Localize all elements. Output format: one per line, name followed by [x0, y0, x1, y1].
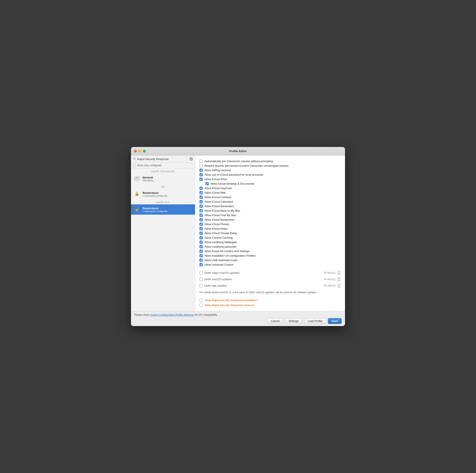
cancel-button[interactable]: Cancel: [267, 318, 283, 324]
sidebar-item-general[interactable]: General Mandatory: [131, 174, 195, 184]
apple-config-link[interactable]: Apple's Configuration Profile reference: [150, 313, 194, 316]
minimize-button[interactable]: [138, 150, 141, 152]
search-input[interactable]: [137, 157, 189, 161]
content-area: Automatically join Classroom classes wit…: [195, 156, 345, 311]
checkbox-allow-modifying-wallpaper[interactable]: [200, 241, 203, 244]
defer-row-defer-app: Defer app updates30 days(s)▲▼: [200, 282, 341, 289]
checkbox-allow-icloud-bookmarks[interactable]: [200, 218, 203, 221]
general-item-text: General Mandatory: [143, 176, 154, 182]
main-content: ✕ show only configured macOS, iOS and tv…: [131, 156, 345, 311]
show-only-configured-checkbox[interactable]: [133, 164, 136, 167]
checkbox-row-allow-airplay: Allow AirPlay receiver: [200, 168, 341, 172]
checkbox-allow-icloud-find-my-mac[interactable]: [200, 214, 203, 217]
checkbox-row-auto-join-classroom: Automatically join Classroom classes wit…: [200, 159, 341, 164]
stepper-up-defer-major-macos[interactable]: ▲: [337, 271, 340, 273]
checkbox-allow-icloud-photos[interactable]: [200, 223, 203, 226]
sidebar-item-restrictions-macos[interactable]: Restrictions 1 payload(s) configured.: [131, 204, 195, 215]
checkbox-allow-icloud-keychain[interactable]: [200, 187, 203, 190]
restrictions-ios-icon: [134, 191, 140, 198]
checkbox-row-allow-icloud-contacts: Allow iCloud Contacts: [200, 195, 341, 200]
checkbox-allow-rapid-install[interactable]: [200, 299, 203, 302]
checkbox-allow-icloud-password[interactable]: [200, 173, 203, 176]
footer-note: Please check Apple's Configuration Profi…: [135, 313, 341, 316]
label-allow-icloud-find-my-mac: Allow iCloud Find My Mac: [204, 214, 237, 217]
section-label-ios: iOS: [131, 184, 195, 189]
label-allow-icloud-photos: Allow iCloud Photos: [204, 223, 229, 226]
maximize-button[interactable]: [143, 150, 146, 152]
checkbox-allow-erase-all-content[interactable]: [200, 250, 203, 253]
stepper-down-defer-app[interactable]: ▼: [337, 286, 340, 288]
checkbox-row-allow-modifying-passcode: Allow modifying passcode: [200, 244, 341, 249]
checkbox-allow-universal-control[interactable]: [200, 263, 203, 266]
checkbox-row-allow-modifying-wallpaper: Allow modifying Wallpaper: [200, 240, 341, 244]
checkbox-list: Automatically join Classroom classes wit…: [200, 159, 341, 267]
stepper-defer-major-macos[interactable]: ▲▼: [337, 270, 341, 275]
checkbox-allow-airplay[interactable]: [200, 169, 203, 172]
close-button[interactable]: [134, 150, 137, 152]
checkbox-allow-icloud-calendars[interactable]: [200, 200, 203, 203]
stepper-down-defer-major-macos[interactable]: ▼: [337, 273, 340, 275]
sidebar-item-restrictions-ios[interactable]: Restrictions 1 payload(s) configured.: [131, 189, 195, 199]
checkbox-allow-usb-restricted-mode[interactable]: [200, 258, 203, 262]
footer: Please check Apple's Configuration Profi…: [131, 311, 345, 326]
checkbox-require-teacher-permission[interactable]: [200, 164, 203, 167]
titlebar: Profile Editor: [131, 147, 345, 156]
footer-note-prefix: Please check: [135, 313, 150, 316]
checkbox-allow-modifying-passcode[interactable]: [200, 245, 203, 248]
checkbox-allow-content-caching[interactable]: [200, 236, 203, 239]
label-allow-universal-control: Allow Universal Control: [204, 263, 233, 266]
footer-buttons: Cancel Settings Load Profile Save: [135, 318, 341, 324]
label-allow-icloud-notes: Allow iCloud Notes: [204, 227, 228, 230]
settings-button[interactable]: Settings: [285, 318, 302, 324]
checkbox-defer-macos[interactable]: [200, 278, 203, 281]
checkbox-row-allow-icloud-back-to-my-mac: Allow iCloud Back to My Mac: [200, 208, 341, 213]
defer-days-defer-app: 30 days(s): [323, 284, 336, 287]
checkbox-row-allow-icloud-reminders: Allow iCloud Reminders: [200, 204, 341, 208]
label-allow-installation-config-profiles: Allow Installation of Configuration Prof…: [204, 254, 255, 257]
checkbox-allow-icloud-private-relay[interactable]: [200, 232, 203, 235]
general-subtitle: Mandatory: [143, 179, 154, 182]
checkbox-allow-icloud-drive[interactable]: [200, 178, 203, 181]
stepper-down-defer-macos[interactable]: ▼: [337, 279, 340, 281]
label-allow-icloud-drive: Allow iCloud Drive: [204, 178, 227, 181]
label-auto-join-classroom: Automatically join Classroom classes wit…: [204, 160, 273, 163]
checkbox-allow-icloud-reminders[interactable]: [200, 205, 203, 208]
defer-value-defer-major-macos: 30 days(s)▲▼: [323, 270, 341, 275]
save-button[interactable]: Save: [328, 318, 341, 324]
restrictions-macos-subtitle: 1 payload(s) configured.: [143, 210, 168, 213]
stepper-up-defer-macos[interactable]: ▲: [337, 277, 340, 279]
main-window: Profile Editor ✕ show only configured ma…: [131, 147, 345, 326]
checkbox-row-require-teacher-permission: Require teacher permission to leave Clas…: [200, 164, 341, 168]
stepper-up-defer-app[interactable]: ▲: [337, 283, 340, 286]
checkbox-auto-join-classroom[interactable]: [200, 160, 203, 163]
checkbox-row-allow-icloud-password: Allow use of iCloud password for local a…: [200, 172, 341, 177]
label-allow-icloud-desktop-docs: Allow iCloud Desktop & Documents: [210, 182, 254, 185]
label-allow-erase-all-content: Allow Erase All Content and Settings: [204, 250, 250, 253]
stepper-defer-app[interactable]: ▲▼: [337, 283, 341, 288]
general-icon: [134, 175, 140, 182]
checkbox-allow-installation-config-profiles[interactable]: [200, 254, 203, 257]
sidebar: ✕ show only configured macOS, iOS and tv…: [131, 156, 195, 311]
label-allow-modifying-wallpaper: Allow modifying Wallpaper: [204, 241, 237, 244]
checkbox-allow-rapid-removal[interactable]: [200, 304, 203, 307]
checkbox-row-allow-erase-all-content: Allow Erase All Content and Settings: [200, 249, 341, 254]
restrictions-macos-title: Restrictions: [143, 207, 168, 210]
label-allow-airplay: Allow AirPlay receiver: [204, 169, 231, 172]
search-clear-button[interactable]: ✕: [189, 157, 193, 161]
label-allow-icloud-mail: Allow iCloud Mail: [204, 191, 226, 194]
rapid-security-list: Allow Rapid Security Response installati…: [200, 298, 341, 308]
checkbox-allow-icloud-notes[interactable]: [200, 227, 203, 230]
label-allow-icloud-reminders: Allow iCloud Reminders: [204, 205, 234, 208]
label-allow-icloud-contacts: Allow iCloud Contacts: [204, 196, 231, 199]
checkbox-defer-app[interactable]: [200, 284, 203, 287]
checkbox-defer-major-macos[interactable]: [200, 271, 203, 274]
checkbox-allow-icloud-contacts[interactable]: [200, 196, 203, 199]
load-profile-button[interactable]: Load Profile: [304, 318, 326, 324]
stepper-defer-macos[interactable]: ▲▼: [337, 277, 341, 281]
checkbox-row-allow-content-caching: Allow Content Caching: [200, 236, 341, 240]
checkbox-allow-icloud-desktop-docs[interactable]: [205, 182, 209, 185]
checkbox-row-allow-icloud-bookmarks: Allow iCloud Bookmarks: [200, 218, 341, 222]
checkbox-row-allow-icloud-keychain: Allow iCloud Keychain: [200, 186, 341, 190]
checkbox-allow-icloud-back-to-my-mac[interactable]: [200, 209, 203, 212]
checkbox-allow-icloud-mail[interactable]: [200, 191, 203, 194]
